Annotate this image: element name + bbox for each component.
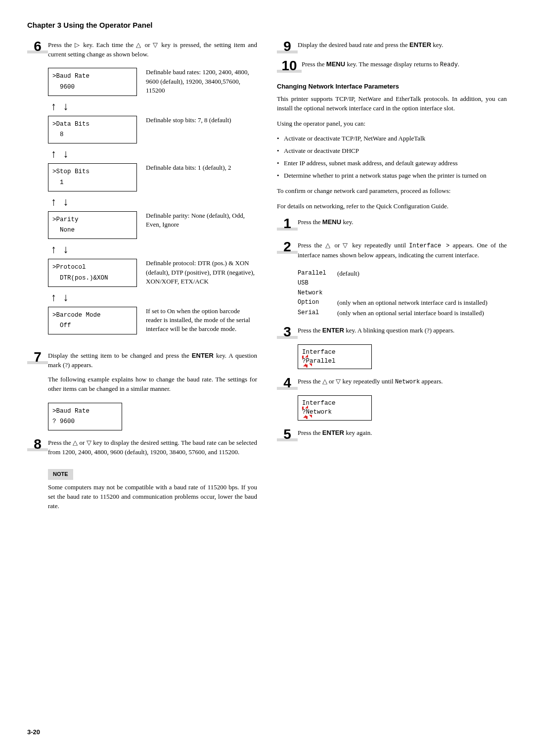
paragraph: This printer supports TCP/IP, NetWare an… [277,94,507,113]
example-box: >Baud Rate ? 9600 [48,403,257,431]
lcd-display: >Baud Rate ? 9600 [48,403,122,431]
bullet-list: Activate or deactivate TCP/IP, NetWare a… [277,134,507,180]
list-item: Activate or deactivate DHCP [277,146,507,156]
blink-indicator-icon: ▖◢ [302,354,308,359]
paragraph: To confirm or change network card parame… [277,187,507,196]
step-10: 10 Press the MENU key. The message displ… [277,59,507,74]
step-8: 8 Press the △ or ▽ key to display the de… [27,437,257,462]
step-number: 2 [283,240,291,254]
step-text: Press the △ or ▽ key repeatedly until Ne… [298,377,507,386]
param-baud-rate: >Baud Rate 9600 Definable baud rates: 12… [48,68,257,98]
step-number: 8 [34,437,42,451]
section-heading: Changing Network Interface Parameters [277,82,507,92]
lcd-display: >Barcode Mode Off [48,307,137,335]
page-number: 3-20 [27,728,40,737]
step-text: Press the MENU key. The message display … [302,60,507,69]
step-7: 7 Display the setting item to be changed… [27,350,257,398]
arrow-icon: ↑ ↓ [51,101,257,112]
right-column: 9 Display the desired baud rate and pres… [277,40,507,517]
step-text: Press the ENTER key. A blinking question… [298,326,507,335]
paragraph: Using the operator panel, you can: [277,119,507,129]
step-number: 10 [281,59,297,73]
step-number: 9 [283,40,291,53]
step-number: 4 [283,376,291,390]
param-description: Definable protocol: DTR (pos.) & XON (de… [146,259,257,286]
example-box: Interface ▖◢ ?Parallel ◢▖◥ [298,344,507,369]
param-stop-bits: >Stop Bits 1 Definable data bits: 1 (def… [48,163,257,193]
paragraph: For details on networking, refer to the … [277,202,507,211]
list-item: Activate or deactivate TCP/IP, NetWare a… [277,134,507,143]
lcd-display: >Protocol DTR(pos.)&XON [48,259,137,287]
note-label: NOTE [48,469,73,480]
lcd-display: Interface ▖◢ ?Network ◢▖◥ [298,395,372,420]
step-text: Display the desired baud rate and press … [298,41,507,50]
left-column: 6 Press the ▷ key. Each time the △ or ▽ … [27,40,257,517]
step-text: Display the setting item to be changed a… [48,351,257,370]
example-box: Interface ▖◢ ?Network ◢▖◥ [298,395,507,420]
lcd-display: >Baud Rate 9600 [48,68,137,96]
param-protocol: >Protocol DTR(pos.)&XON Definable protoc… [48,259,257,289]
list-item: USB [298,279,507,287]
step-text: Press the △ or ▽ key to display the desi… [48,438,257,457]
step-number: 7 [34,350,42,364]
param-parity: >Parity None Definable parity: None (def… [48,211,257,241]
chapter-heading: Chapter 3 Using the Operator Panel [27,20,507,31]
arrow-icon: ↑ ↓ [51,244,257,255]
step-6: 6 Press the ▷ key. Each time the △ or ▽ … [27,40,257,64]
step-number: 1 [283,217,291,231]
two-column-layout: 6 Press the ▷ key. Each time the △ or ▽ … [27,40,507,517]
step-3: 3 Press the ENTER key. A blinking questi… [277,325,507,340]
step-1: 1 Press the MENU key. [277,217,507,232]
arrow-icon: ↑ ↓ [51,292,257,303]
step-number: 3 [283,325,291,339]
blink-indicator-icon: ▖◢ [302,405,308,410]
list-item: Enter IP address, subnet mask address, a… [277,159,507,168]
param-description: If set to On when the option barcode rea… [146,307,257,334]
lcd-display: >Stop Bits 1 [48,163,137,191]
note-block: NOTE Some computers may not be compatibl… [48,466,257,511]
param-description: Definable data bits: 1 (default), 2 [146,163,257,172]
note-text: Some computers may not be compatible wit… [48,483,257,511]
step-9: 9 Display the desired baud rate and pres… [277,40,507,55]
step-number: 6 [34,40,42,53]
lcd-display: >Data Bits 8 [48,116,137,144]
blink-indicator-icon: ◢▖◥ [303,414,312,419]
list-item: Serial(only when an optional serial inte… [298,309,507,318]
step-4: 4 Press the △ or ▽ key repeatedly until … [277,376,507,391]
step-5: 5 Press the ENTER key again. [277,427,507,443]
list-item: Option(only when an optional network int… [298,298,507,308]
param-description: Definable stop bits: 7, 8 (default) [146,116,257,125]
step-text: Press the ▷ key. Each time the △ or ▽ ke… [48,41,257,59]
list-item: Parallel(default) [298,269,507,279]
step-text: Press the MENU key. [298,218,507,227]
blink-indicator-icon: ◢▖◥ [303,363,312,368]
step-text: The following example explains how to ch… [48,375,257,394]
param-description: Definable parity: None (default), Odd, E… [146,211,257,229]
lcd-display: >Parity None [48,211,137,239]
arrow-icon: ↑ ↓ [51,148,257,159]
step-text: Press the ENTER key again. [298,428,507,438]
interface-list: Parallel(default) USB Network Option(onl… [298,269,507,318]
step-text: Press the △ or ▽ key repeatedly until In… [298,241,507,260]
step-number: 5 [283,427,291,441]
list-item: Network [298,289,507,297]
lcd-display: Interface ▖◢ ?Parallel ◢▖◥ [298,344,372,369]
step-2: 2 Press the △ or ▽ key repeatedly until … [277,240,507,265]
param-description: Definable baud rates: 1200, 2400, 4800, … [146,68,257,95]
param-barcode: >Barcode Mode Off If set to On when the … [48,307,257,337]
param-data-bits: >Data Bits 8 Definable stop bits: 7, 8 (… [48,116,257,146]
list-item: Determine whether to print a network sta… [277,171,507,181]
arrow-icon: ↑ ↓ [51,196,257,207]
